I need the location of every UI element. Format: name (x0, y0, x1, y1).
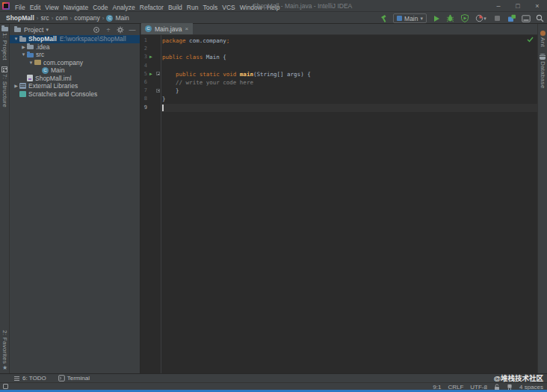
tool-button-2-favorites[interactable]: 2: Favorites★ (1, 330, 8, 371)
todo-label: 6: TODO (22, 375, 46, 382)
run-gutter-icon[interactable]: ▶ (149, 53, 152, 61)
hide-tool-window-icon[interactable]: — (128, 26, 137, 34)
tool-button-terminal[interactable]: Terminal (58, 375, 90, 382)
run-gutter-icon[interactable]: ▶ (149, 70, 152, 78)
tool-button-database[interactable]: Database (540, 54, 546, 89)
profiler-button[interactable]: ▾ (474, 13, 488, 23)
project-panel-title[interactable]: Project (24, 26, 43, 34)
chevron-down-icon: ▾ (420, 16, 423, 22)
breadcrumb-item-main[interactable]: Main (106, 14, 129, 22)
run-configuration-select[interactable]: Main ▾ (393, 13, 427, 23)
run-config-label: Main (404, 15, 418, 22)
menu-analyze[interactable]: Analyze (111, 4, 137, 11)
menu-build[interactable]: Build (166, 4, 185, 11)
tree-item-scratches-and-consoles[interactable]: Scratches and Consoles (10, 90, 140, 99)
code-line-6[interactable]: 6 // write your code here (140, 78, 537, 87)
debug-button[interactable] (445, 13, 455, 23)
terminal-label: Terminal (67, 375, 90, 382)
stop-button[interactable] (492, 13, 502, 23)
breadcrumb: ShopMall›src›com›company›Main (0, 14, 129, 22)
tree-expand-arrow-icon[interactable]: ▼ (28, 59, 34, 67)
library-icon (19, 83, 26, 89)
tool-button-7-structure[interactable]: 7: Structure (1, 66, 8, 108)
breadcrumb-separator: › (37, 15, 39, 22)
scratches-icon (19, 91, 26, 97)
menu-edit[interactable]: Edit (28, 4, 43, 11)
tool-button-ant[interactable]: Ant (540, 31, 546, 47)
menu-tools[interactable]: Tools (200, 4, 220, 11)
menu-view[interactable]: View (43, 4, 61, 11)
breadcrumb-separator: › (102, 15, 105, 22)
build-hammer-icon[interactable] (379, 13, 389, 23)
presentation-mode-icon[interactable] (521, 13, 531, 23)
collapse-all-icon[interactable]: ÷ (104, 26, 113, 34)
module-file-icon (27, 75, 33, 81)
tree-expand-arrow-icon[interactable]: ▼ (20, 51, 27, 59)
line-number: 4 (140, 62, 147, 70)
tree-item-com-company[interactable]: ▼com.company (10, 59, 140, 67)
menu-file[interactable]: File (13, 4, 28, 11)
tree-item-label: .idea (36, 43, 49, 52)
code-line-3[interactable]: 3▶public class Main { (140, 53, 537, 61)
tool-button-label: Database (540, 61, 546, 89)
structure-tw-icon (1, 66, 7, 72)
project-structure-icon[interactable] (507, 13, 516, 23)
tree-item-external-libraries[interactable]: ▶External Libraries (10, 82, 140, 90)
run-button[interactable] (431, 13, 441, 23)
code-line-1[interactable]: 1package com.company; (140, 37, 537, 45)
tree-item-shopmall-iml[interactable]: ShopMall.iml (10, 75, 140, 83)
code-line-2[interactable]: 2 (140, 45, 537, 53)
code-line-9[interactable]: 9 (140, 104, 537, 112)
breadcrumb-item-com[interactable]: com (55, 14, 67, 22)
tree-expand-arrow-icon[interactable]: ▼ (13, 35, 19, 43)
code-text: public static void main(String[] args) { (162, 70, 537, 78)
tree-expand-arrow-icon[interactable]: ▶ (20, 43, 27, 52)
breadcrumb-separator: › (52, 15, 54, 22)
tab-close-icon[interactable]: × (185, 25, 188, 32)
maximize-button[interactable]: □ (508, 0, 528, 12)
minimize-button[interactable]: – (489, 0, 508, 12)
tree-item-src[interactable]: ▼src (10, 51, 140, 59)
locate-file-icon[interactable] (92, 26, 101, 34)
toggle-tool-window-bars-icon[interactable] (3, 384, 8, 389)
code-line-5[interactable]: 5▶ public static void main(String[] args… (140, 70, 537, 78)
fold-marker-icon[interactable] (156, 89, 160, 93)
tab-main-java[interactable]: Main.java × (141, 23, 193, 34)
source-folder-icon (27, 53, 34, 57)
settings-gear-icon[interactable] (116, 26, 125, 34)
line-number: 2 (140, 45, 147, 53)
fold-marker-icon[interactable] (156, 72, 160, 75)
breadcrumb-item-company[interactable]: company (74, 14, 100, 22)
code-line-8[interactable]: 8} (140, 95, 537, 103)
tool-button-1-project[interactable]: 1: Project (1, 26, 8, 60)
menu-navigate[interactable]: Navigate (61, 4, 91, 11)
inspections-ok-icon[interactable] (527, 37, 534, 43)
tree-item-idea[interactable]: ▶.idea (10, 43, 140, 52)
code-segment: package (162, 37, 186, 44)
folder-icon (27, 45, 34, 49)
menu-code[interactable]: Code (90, 4, 110, 11)
line-number: 9 (140, 104, 147, 112)
code-editor[interactable]: 1package com.company;23▶public class Mai… (140, 35, 537, 373)
menu-vcs[interactable]: VCS (220, 4, 237, 11)
class-icon (42, 67, 49, 74)
current-line-highlight (161, 104, 537, 112)
project-tool-window: Project ▾ ÷ — ▼ShopMallE:\workspace\Shop… (10, 24, 140, 373)
code-line-7[interactable]: 7 } (140, 87, 537, 95)
tree-expand-arrow-icon[interactable]: ▶ (13, 82, 19, 90)
tool-button-todo[interactable]: 6: TODO (13, 375, 46, 382)
tree-item-shopmall[interactable]: ▼ShopMallE:\workspace\ShopMall (10, 35, 140, 43)
tree-item-main[interactable]: Main (10, 66, 140, 75)
code-segment (162, 79, 176, 86)
breadcrumb-item-src[interactable]: src (40, 14, 49, 22)
menu-refactor[interactable]: Refactor (137, 4, 166, 11)
title-bar: FileEditViewNavigateCodeAnalyzeRefactorB… (0, 0, 547, 12)
run-with-coverage-button[interactable] (460, 13, 469, 23)
breadcrumb-item-shopmall[interactable]: ShopMall (6, 14, 34, 22)
search-everywhere-icon[interactable] (535, 13, 545, 23)
watermark-text: @堆栈技术社区 (494, 373, 543, 383)
code-line-4[interactable]: 4 (140, 62, 537, 70)
menu-run[interactable]: Run (185, 4, 201, 11)
close-button[interactable]: × (528, 0, 547, 12)
chevron-down-icon: ▾ (483, 16, 486, 22)
